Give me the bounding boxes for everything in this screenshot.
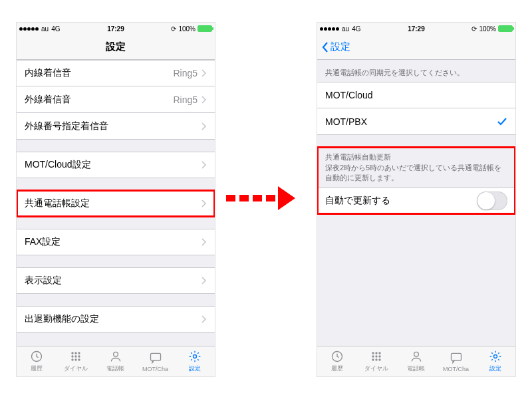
chat-icon [148, 351, 163, 364]
svg-point-20 [372, 358, 374, 360]
row-label: MOT/Cloud設定 [25, 159, 201, 171]
clock: 17:29 [360, 25, 471, 33]
tab-dial[interactable]: ダイヤル [57, 346, 96, 376]
chevron-right-icon [201, 238, 207, 246]
row-external-ringtone[interactable]: 外線着信音 Ring5 [17, 86, 215, 113]
auto-update-section: 共通電話帳自動更新 深夜2時から5時のあいだで選択している共通電話帳を自動的に更… [317, 147, 515, 213]
tab-motcha[interactable]: MOT/Cha [436, 346, 476, 376]
navbar: 設定 [317, 35, 515, 60]
row-sync-mot-pbx[interactable]: MOT/PBX [317, 108, 515, 135]
row-shared-phonebook-settings[interactable]: 共通電話帳設定 [17, 190, 215, 217]
svg-point-22 [379, 358, 381, 360]
tab-contacts[interactable]: 電話帳 [96, 346, 136, 376]
gear-icon [188, 350, 202, 363]
keypad-icon [68, 350, 83, 363]
carrier-label: au [342, 25, 349, 33]
section-title: 共通電話帳自動更新 [325, 153, 391, 161]
check-icon [497, 117, 507, 126]
svg-point-4 [72, 355, 74, 357]
svg-rect-11 [150, 353, 160, 360]
chevron-right-icon [201, 96, 207, 104]
tab-history[interactable]: 履歴 [317, 346, 357, 376]
tab-label: 電話帳 [106, 364, 124, 373]
row-auto-update: 自動で更新する [317, 188, 515, 214]
clock-icon [29, 350, 44, 363]
row-attendance-settings[interactable]: 出退勤機能の設定 [17, 306, 215, 332]
svg-point-7 [72, 358, 74, 360]
chevron-right-icon [201, 122, 207, 130]
battery-pct: 100% [178, 25, 196, 33]
tab-label: ダイヤル [364, 364, 388, 373]
page-title: 設定 [106, 41, 126, 53]
row-fax-settings[interactable]: FAX設定 [17, 229, 215, 255]
row-value: Ring5 [173, 68, 198, 78]
chat-icon [449, 351, 464, 364]
svg-point-10 [114, 352, 118, 356]
row-label: 外線番号指定着信音 [25, 120, 201, 132]
network-label: 4G [51, 25, 60, 33]
chevron-right-icon [201, 200, 207, 207]
battery-pct: 100% [479, 25, 496, 33]
chevron-right-icon [201, 69, 207, 77]
row-external-specific-ringtone[interactable]: 外線番号指定着信音 [17, 113, 215, 140]
tab-settings[interactable]: 設定 [475, 346, 515, 376]
person-icon [108, 350, 123, 363]
chevron-right-icon [201, 161, 207, 169]
tab-history[interactable]: 履歴 [17, 346, 57, 376]
svg-point-8 [75, 358, 77, 360]
sync-source-list: 共通電話帳の同期元を選択してください。 MOT/Cloud MOT/PBX 共通… [317, 60, 515, 346]
tab-label: 履歴 [331, 364, 343, 373]
chevron-right-icon [201, 315, 207, 323]
back-button[interactable]: 設定 [321, 35, 350, 59]
svg-point-9 [78, 358, 80, 360]
network-label: 4G [352, 25, 360, 33]
carrier-label: au [41, 25, 49, 33]
tab-label: 設定 [189, 364, 201, 373]
row-label: MOT/PBX [325, 116, 497, 127]
row-label: 外線着信音 [25, 94, 173, 106]
keypad-icon [369, 350, 384, 363]
section-header: 共通電話帳自動更新 深夜2時から5時のあいだで選択している共通電話帳を自動的に更… [317, 147, 515, 187]
auto-update-toggle[interactable] [477, 192, 507, 210]
tab-settings[interactable]: 設定 [175, 346, 215, 376]
svg-point-21 [376, 358, 378, 360]
chevron-left-icon [321, 41, 329, 53]
svg-point-17 [372, 355, 374, 357]
tab-motcha[interactable]: MOT/Cha [136, 346, 176, 376]
tab-contacts[interactable]: 電話帳 [396, 346, 436, 376]
battery-icon [498, 25, 513, 32]
row-label: 表示設定 [25, 275, 201, 287]
row-label: MOT/Cloud [325, 90, 507, 100]
tab-label: 設定 [489, 364, 501, 373]
person-icon [409, 350, 424, 363]
row-display-settings[interactable]: 表示設定 [17, 267, 215, 294]
svg-point-14 [372, 352, 374, 354]
row-internal-ringtone[interactable]: 内線着信音 Ring5 [17, 60, 215, 86]
svg-point-5 [75, 355, 77, 357]
tab-label: MOT/Cha [142, 366, 168, 372]
svg-point-1 [72, 352, 74, 354]
tab-bar: 履歴 ダイヤル 電話帳 MOT/Cha 設定 [317, 346, 515, 376]
row-label: FAX設定 [25, 236, 201, 248]
row-mot-cloud-settings[interactable]: MOT/Cloud設定 [17, 152, 215, 178]
signal-dots-icon [320, 27, 339, 31]
row-sync-mot-cloud[interactable]: MOT/Cloud [317, 82, 515, 108]
tab-label: MOT/Cha [443, 366, 469, 372]
tab-label: 履歴 [31, 364, 43, 373]
svg-point-16 [379, 352, 381, 354]
svg-point-15 [376, 352, 378, 354]
tab-dial[interactable]: ダイヤル [357, 346, 397, 376]
sync-icon: ⟳ [171, 25, 176, 33]
clock-icon [330, 350, 344, 363]
section-desc: 深夜2時から5時のあいだで選択している共通電話帳を自動的に更新します。 [325, 164, 501, 182]
battery-icon [198, 25, 212, 32]
svg-point-6 [78, 355, 80, 357]
back-label: 設定 [331, 41, 350, 53]
svg-point-2 [75, 352, 77, 354]
settings-list: 内線着信音 Ring5 外線着信音 Ring5 外線番号指定着信音 MOT/Cl… [17, 60, 215, 346]
row-label: 内線着信音 [25, 67, 173, 79]
settings-screen: au 4G 17:29 ⟳ 100% 設定 内線着信音 Ring5 外線着信音 … [16, 22, 215, 377]
row-label: 出退勤機能の設定 [25, 313, 201, 325]
svg-rect-24 [451, 353, 461, 360]
svg-point-18 [376, 355, 378, 357]
